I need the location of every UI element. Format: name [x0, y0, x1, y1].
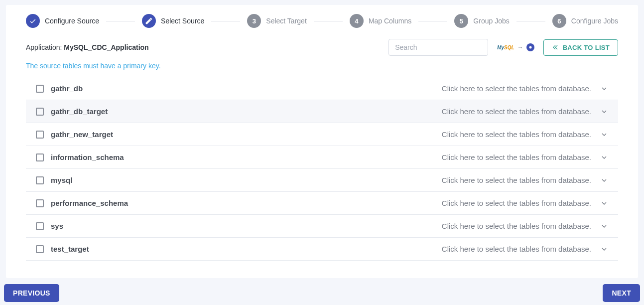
- stepper: Configure Source Select Source 3 Select …: [6, 5, 638, 34]
- step-connector: [211, 21, 240, 21]
- row-checkbox[interactable]: [36, 153, 44, 161]
- select-tables-hint: Click here to select the tables from dat…: [442, 245, 591, 253]
- row-checkbox[interactable]: [36, 85, 44, 93]
- next-button[interactable]: NEXT: [603, 284, 640, 302]
- database-name: gathr_db: [51, 84, 83, 93]
- row-checkbox[interactable]: [36, 199, 44, 207]
- back-to-list-button[interactable]: BACK TO LIST: [543, 39, 618, 56]
- check-icon: [26, 14, 40, 28]
- source-target-icon: MySQL →: [497, 43, 534, 51]
- step-select-source[interactable]: Select Source: [142, 14, 204, 28]
- table-row[interactable]: performance_schema Click here to select …: [26, 192, 618, 215]
- step-label: Map Columns: [369, 17, 411, 25]
- select-tables-hint: Click here to select the tables from dat…: [442, 153, 591, 161]
- database-name: performance_schema: [51, 199, 128, 207]
- table-row[interactable]: test_target Click here to select the tab…: [26, 238, 618, 261]
- step-label: Select Target: [266, 17, 306, 25]
- primary-key-hint: The source tables must have a primary ke…: [6, 56, 638, 77]
- chevron-down-icon[interactable]: [600, 176, 608, 184]
- table-row[interactable]: gathr_db_target Click here to select the…: [26, 100, 618, 123]
- database-list: gathr_db Click here to select the tables…: [26, 77, 618, 261]
- step-connector: [106, 21, 135, 21]
- table-row[interactable]: gathr_new_target Click here to select th…: [26, 123, 618, 146]
- step-group-jobs[interactable]: 5 Group Jobs: [454, 14, 509, 28]
- chevron-down-icon[interactable]: [600, 245, 608, 253]
- row-checkbox[interactable]: [36, 131, 44, 139]
- step-label: Configure Jobs: [571, 17, 618, 25]
- step-configure-jobs[interactable]: 6 Configure Jobs: [552, 14, 618, 28]
- step-label: Configure Source: [45, 17, 99, 25]
- database-name: information_schema: [51, 153, 124, 161]
- table-row[interactable]: information_schema Click here to select …: [26, 146, 618, 169]
- step-number-icon: 6: [552, 14, 566, 28]
- step-number-icon: 3: [247, 14, 261, 28]
- previous-button[interactable]: PREVIOUS: [4, 284, 59, 302]
- select-tables-hint: Click here to select the tables from dat…: [442, 222, 591, 230]
- select-tables-hint: Click here to select the tables from dat…: [442, 130, 591, 139]
- row-checkbox[interactable]: [36, 222, 44, 230]
- select-tables-hint: Click here to select the tables from dat…: [442, 199, 591, 207]
- step-label: Group Jobs: [473, 17, 509, 25]
- select-tables-hint: Click here to select the tables from dat…: [442, 84, 591, 93]
- database-name: gathr_db_target: [51, 107, 108, 116]
- step-map-columns[interactable]: 4 Map Columns: [350, 14, 411, 28]
- target-icon: [526, 43, 534, 51]
- step-connector: [418, 21, 447, 21]
- step-connector: [516, 21, 545, 21]
- chevron-down-icon[interactable]: [600, 222, 608, 230]
- chevron-down-icon[interactable]: [600, 199, 608, 207]
- row-checkbox[interactable]: [36, 108, 44, 116]
- chevron-double-left-icon: [552, 44, 559, 51]
- chevron-down-icon[interactable]: [600, 131, 608, 139]
- database-name: gathr_new_target: [51, 130, 113, 139]
- step-select-target[interactable]: 3 Select Target: [247, 14, 306, 28]
- select-tables-hint: Click here to select the tables from dat…: [442, 107, 591, 116]
- step-connector: [314, 21, 343, 21]
- chevron-down-icon[interactable]: [600, 85, 608, 93]
- chevron-down-icon[interactable]: [600, 153, 608, 161]
- database-name: test_target: [51, 245, 89, 253]
- application-name: Application: MySQL_CDC_Application: [26, 43, 149, 51]
- table-row[interactable]: sys Click here to select the tables from…: [26, 215, 618, 238]
- table-row[interactable]: gathr_db Click here to select the tables…: [26, 77, 618, 100]
- svg-point-0: [529, 46, 531, 49]
- select-tables-hint: Click here to select the tables from dat…: [442, 176, 591, 184]
- row-checkbox[interactable]: [36, 176, 44, 184]
- row-checkbox[interactable]: [36, 245, 44, 253]
- step-configure-source[interactable]: Configure Source: [26, 14, 99, 28]
- pencil-icon: [142, 14, 156, 28]
- chevron-down-icon[interactable]: [600, 108, 608, 116]
- step-number-icon: 5: [454, 14, 468, 28]
- step-number-icon: 4: [350, 14, 364, 28]
- step-label: Select Source: [161, 17, 204, 25]
- search-input[interactable]: [388, 39, 488, 56]
- table-row[interactable]: mysql Click here to select the tables fr…: [26, 169, 618, 192]
- database-name: sys: [51, 222, 63, 230]
- database-name: mysql: [51, 176, 72, 184]
